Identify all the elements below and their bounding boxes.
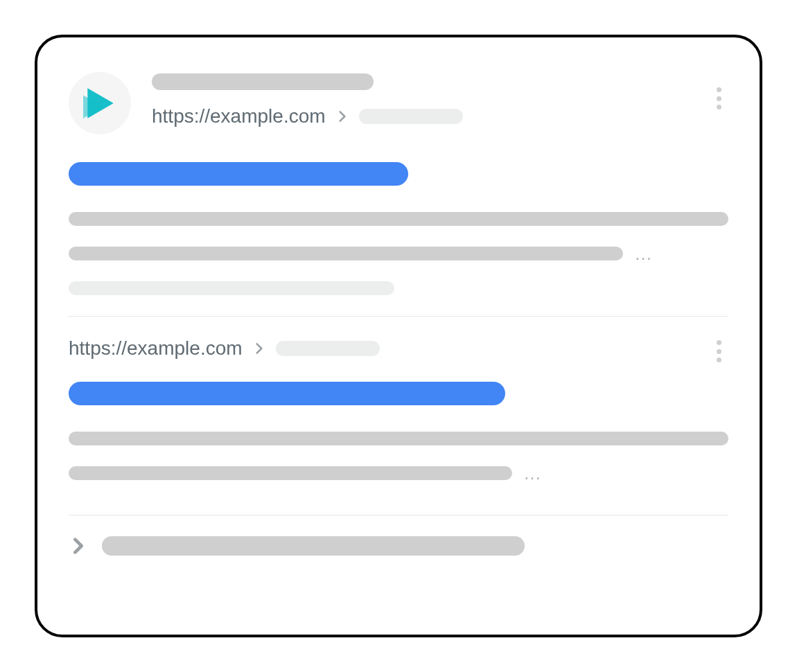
- sitelink-row[interactable]: [69, 536, 728, 556]
- kebab-dot-icon: [717, 96, 721, 101]
- breadcrumb[interactable]: https://example.com: [152, 105, 728, 127]
- ellipsis-icon: …: [523, 470, 543, 477]
- breadcrumb[interactable]: https://example.com: [69, 337, 380, 360]
- chevron-right-icon: [69, 536, 88, 556]
- result-header: https://example.com: [69, 72, 728, 134]
- snippet-line: [69, 212, 728, 226]
- teal-triangle-icon: [82, 85, 118, 121]
- result-url: https://example.com: [69, 337, 243, 360]
- chevron-right-icon: [335, 109, 349, 123]
- result-title-link[interactable]: [69, 382, 505, 405]
- breadcrumb-path-placeholder: [359, 109, 463, 124]
- kebab-dot-icon: [717, 357, 721, 362]
- search-result-card: https://example.com … https://example.co…: [35, 35, 762, 637]
- more-options-button[interactable]: [709, 85, 728, 112]
- chevron-right-icon: [252, 342, 266, 355]
- result-divider: [69, 515, 728, 515]
- breadcrumb-path-placeholder: [276, 341, 380, 356]
- sitelink-placeholder: [102, 536, 525, 556]
- site-info: https://example.com: [152, 72, 728, 127]
- kebab-dot-icon: [717, 87, 721, 92]
- site-name-placeholder: [152, 73, 374, 90]
- kebab-dot-icon: [717, 105, 721, 109]
- snippet-line: [69, 247, 623, 260]
- result-divider: [69, 316, 728, 317]
- result-url: https://example.com: [152, 105, 326, 127]
- kebab-dot-icon: [717, 349, 721, 354]
- snippet-line: [69, 432, 728, 445]
- site-favicon: [69, 72, 131, 134]
- kebab-dot-icon: [717, 340, 721, 345]
- snippet-meta-placeholder: [69, 281, 394, 295]
- sub-result-header: https://example.com: [69, 337, 728, 360]
- snippet-line: [69, 466, 512, 480]
- ellipsis-icon: …: [634, 250, 654, 257]
- more-options-button[interactable]: [709, 337, 728, 365]
- result-title-link[interactable]: [69, 162, 408, 186]
